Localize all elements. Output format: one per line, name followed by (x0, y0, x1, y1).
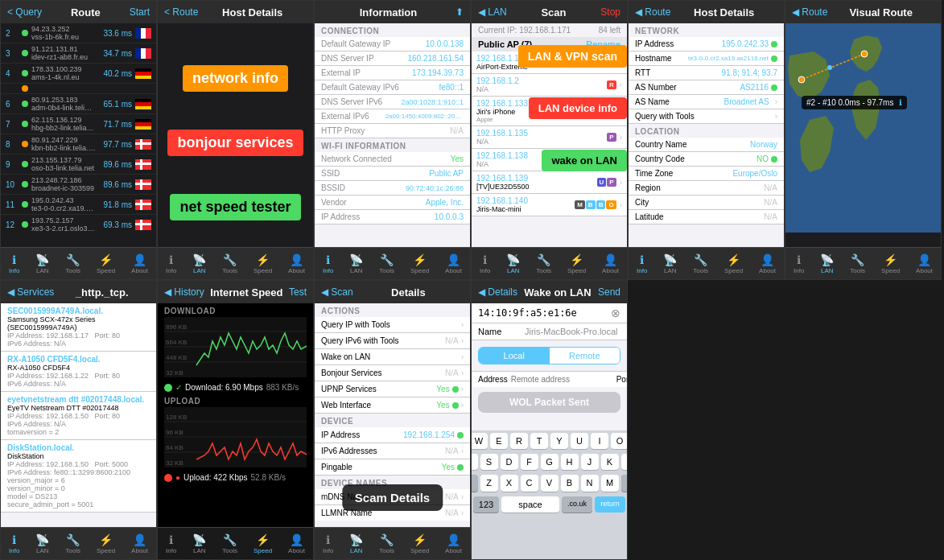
name-input[interactable] (525, 327, 620, 336)
key-w[interactable]: W (471, 433, 488, 449)
tab-lan[interactable]: 📡LAN (35, 253, 49, 274)
tab-lan[interactable]: 📡LAN (192, 253, 206, 274)
panel9-back[interactable]: ◀ Scan (321, 286, 353, 298)
key-m[interactable]: M (601, 475, 619, 492)
key-y[interactable]: Y (550, 433, 568, 449)
panel3-share[interactable]: ⬆ (456, 6, 464, 18)
key-a[interactable]: A (471, 454, 478, 470)
panel10-send-btn[interactable]: Send (598, 286, 620, 298)
tab-about[interactable]: 👤About (445, 253, 462, 274)
key-b[interactable]: B (561, 475, 579, 492)
key-n[interactable]: N (581, 475, 599, 492)
tab-tools[interactable]: 🔧Tools (536, 253, 551, 274)
tab-speed[interactable]: ⚡Speed (881, 253, 900, 274)
list-item[interactable]: 192.168.1.140 Jiris-Mac-mini M B B O › (472, 194, 627, 216)
route-back-btn[interactable]: < Query (7, 6, 42, 18)
panel8-back[interactable]: ◀ History (164, 286, 204, 298)
tab-lan[interactable]: 📡LAN (506, 253, 520, 274)
tab-speed[interactable]: ⚡Speed (724, 253, 743, 274)
tab-tools[interactable]: 🔧Tools (65, 253, 80, 274)
panel6-back[interactable]: ◀ Route (792, 6, 827, 18)
tab-lan[interactable]: 📡LAN (349, 533, 363, 554)
tab-speed[interactable]: ⚡Speed (410, 533, 429, 554)
list-item[interactable]: DiskStation.local. DiskStation IP Addres… (1, 440, 156, 513)
key-i[interactable]: I (591, 433, 608, 449)
key-shift[interactable]: ⇧ (471, 475, 478, 492)
tab-tools[interactable]: 🔧Tools (379, 253, 394, 274)
tab-tools[interactable]: 🔧Tools (693, 253, 708, 274)
tab-info[interactable]: ℹInfo (637, 253, 647, 274)
tab-speed[interactable]: ⚡Speed (254, 253, 272, 274)
list-item[interactable]: Web Interface Yes › (315, 397, 470, 414)
address-input[interactable] (511, 375, 613, 384)
tab-about[interactable]: 👤About (759, 253, 776, 274)
list-item[interactable]: Wake on LAN › (315, 349, 470, 365)
list-item[interactable]: Query with Tools › (629, 109, 784, 124)
key-t[interactable]: T (530, 433, 548, 449)
panel4-stop-btn[interactable]: Stop (600, 6, 620, 18)
tab-tools[interactable]: 🔧Tools (65, 533, 80, 554)
key-couk[interactable]: .co.uk (562, 496, 592, 513)
list-item[interactable]: RX-A1050 CFD5F4.local. RX-A1050 CFD5F4 I… (1, 352, 156, 392)
tab-tools[interactable]: 🔧Tools (222, 253, 237, 274)
list-item[interactable]: Query IPv6 with Tools N/A › (315, 333, 470, 349)
list-item[interactable]: Query IP with Tools › (315, 317, 470, 333)
tab-lan[interactable]: 📡LAN (349, 253, 363, 274)
list-item[interactable]: AS Name Broadnet AS › (629, 95, 784, 109)
panel8-test-btn[interactable]: Test (289, 286, 307, 298)
panel10-back[interactable]: ◀ Details (478, 286, 517, 298)
route-start-btn[interactable]: Start (130, 6, 150, 18)
tab-info[interactable]: ℹInfo (794, 253, 804, 274)
key-j[interactable]: J (581, 454, 599, 470)
tab-speed[interactable]: ⚡Speed (410, 253, 429, 274)
tab-about[interactable]: 👤About (288, 533, 305, 554)
key-v[interactable]: V (541, 475, 559, 492)
key-l[interactable]: L (621, 454, 629, 470)
key-h[interactable]: H (561, 454, 579, 470)
key-g[interactable]: G (541, 454, 559, 470)
wol-packet-btn[interactable]: WOL Packet Sent (478, 392, 620, 413)
key-k[interactable]: K (601, 454, 619, 470)
tab-about[interactable]: 👤About (602, 253, 619, 274)
list-item[interactable]: 192.168.1.135 N/A P › (472, 126, 627, 149)
tab-info[interactable]: ℹInfo (166, 533, 176, 554)
key-return[interactable]: return (595, 496, 625, 513)
key-e[interactable]: E (490, 433, 508, 449)
tab-speed[interactable]: ⚡Speed (97, 533, 115, 554)
panel7-back[interactable]: ◀ Services (7, 286, 54, 298)
tab-lan[interactable]: 📡LAN (663, 253, 677, 274)
list-item[interactable]: SEC0015999A749A.local. Samsung SCX-472x … (1, 303, 156, 352)
route-tooltip[interactable]: #2 - #10 0.0ms - 97.7ms ℹ (802, 96, 907, 109)
key-123[interactable]: 123 (473, 496, 499, 513)
key-d[interactable]: D (501, 454, 518, 470)
list-item[interactable]: UPNP Services Yes › (315, 381, 470, 397)
tab-tools[interactable]: 🔧Tools (850, 253, 865, 274)
tab-lan[interactable]: 📡LAN (192, 533, 206, 554)
tab-info[interactable]: ℹInfo (9, 253, 19, 274)
tab-info[interactable]: ℹInfo (9, 533, 19, 554)
tooltip-info-icon[interactable]: ℹ (899, 98, 902, 107)
clear-mac-btn[interactable]: ⊗ (611, 307, 620, 319)
tab-speed[interactable]: ⚡Speed (567, 253, 586, 274)
panel5-back[interactable]: ◀ Route (635, 6, 670, 18)
key-r[interactable]: R (510, 433, 528, 449)
tab-info[interactable]: ℹInfo (323, 533, 333, 554)
tab-lan[interactable]: 📡LAN (35, 533, 49, 554)
list-item[interactable]: Bonjour Services N/A › (315, 365, 470, 381)
list-item[interactable]: 192.168.1.139 [TV]UE32D5500 U P › (472, 171, 627, 194)
tab-about[interactable]: 👤About (131, 253, 148, 274)
local-tab[interactable]: Local (479, 348, 550, 364)
key-z[interactable]: Z (480, 475, 498, 492)
list-item[interactable]: eyetvnetstream dtt #02017448.local. EyeT… (1, 392, 156, 440)
tab-info[interactable]: ℹInfo (480, 253, 490, 274)
tab-info[interactable]: ℹInfo (323, 253, 333, 274)
remote-tab[interactable]: Remote (550, 348, 620, 364)
tab-about[interactable]: 👤About (916, 253, 933, 274)
key-backspace[interactable]: ⌫ (621, 475, 629, 492)
tab-info[interactable]: ℹInfo (166, 253, 176, 274)
key-space[interactable]: space (501, 496, 559, 513)
tab-about[interactable]: 👤About (445, 533, 462, 554)
tab-speed[interactable]: ⚡Speed (254, 533, 272, 554)
panel2-back[interactable]: < Route (164, 6, 198, 18)
tab-lan[interactable]: 📡LAN (820, 253, 834, 274)
